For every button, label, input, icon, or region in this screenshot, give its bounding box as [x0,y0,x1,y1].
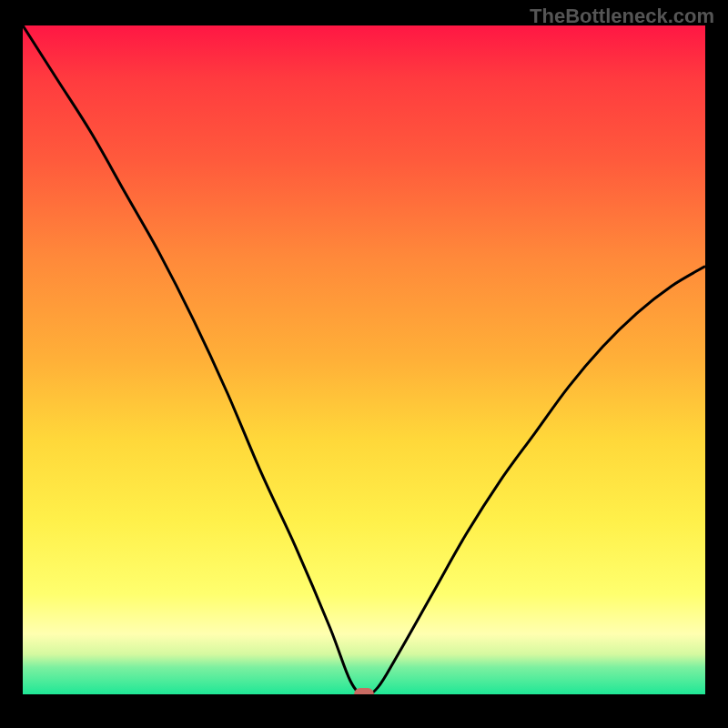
optimal-marker [354,688,374,694]
curve-svg [23,25,705,694]
bottleneck-curve [23,25,705,694]
watermark-text: TheBottleneck.com [530,5,714,28]
chart-frame: TheBottleneck.com [0,0,728,728]
plot-area [23,25,705,694]
